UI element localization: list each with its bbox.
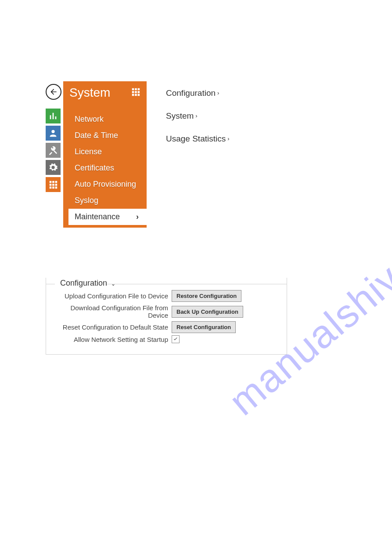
row-download: Download Configuration File from Device …	[55, 304, 278, 319]
nav-grid[interactable]	[46, 177, 61, 192]
restore-configuration-button[interactable]: Restore Configuration	[172, 290, 241, 302]
menu-item-certificates[interactable]: Certificates	[63, 160, 147, 176]
back-button[interactable]	[46, 84, 61, 100]
link-label: System	[166, 111, 194, 120]
menu-label: Network	[75, 115, 104, 123]
grid-icon[interactable]	[131, 87, 140, 98]
configuration-panel: Configuration ⌄ Upload Configuration Fil…	[46, 278, 287, 355]
link-system[interactable]: System›	[166, 111, 230, 121]
menu-item-license[interactable]: License	[63, 144, 147, 160]
arrow-left-icon	[49, 87, 58, 96]
label-allow-network: Allow Network Setting at Startup	[55, 336, 168, 343]
bar-chart-icon	[48, 111, 58, 121]
label-upload: Upload Configuration File to Device	[55, 292, 168, 300]
grid-icon	[48, 180, 58, 189]
menu-item-syslog[interactable]: Syslog	[63, 192, 147, 209]
menu-item-maintenance[interactable]: Maintenance ›	[68, 209, 147, 225]
nav-users[interactable]	[46, 126, 61, 141]
tools-icon	[48, 145, 58, 155]
label-reset: Reset Configuration to Default State	[55, 323, 168, 331]
link-configuration[interactable]: Configuration›	[166, 88, 230, 98]
reset-configuration-button[interactable]: Reset Configuration	[172, 321, 236, 333]
backup-configuration-button[interactable]: Back Up Configuration	[172, 306, 243, 318]
nav-tools[interactable]	[46, 143, 61, 158]
menu-label: Certificates	[75, 163, 114, 172]
row-allow-network: Allow Network Setting at Startup	[55, 335, 278, 343]
menu-item-date-time[interactable]: Date & Time	[63, 127, 147, 144]
menu-label: Auto Provisioning	[75, 180, 136, 189]
menu-label: License	[75, 147, 102, 156]
link-label: Configuration	[166, 88, 216, 98]
chevron-right-icon: ›	[136, 212, 139, 221]
row-upload: Upload Configuration File to Device Rest…	[55, 290, 278, 302]
system-sidebar: System Network Date & Time License Certi…	[63, 81, 147, 228]
chevron-right-icon: ›	[217, 90, 219, 96]
content-links: Configuration› System› Usage Statistics›	[166, 81, 230, 144]
configuration-legend[interactable]: Configuration ⌄	[58, 279, 118, 288]
chevron-right-icon: ›	[195, 112, 197, 119]
label-download: Download Configuration File from Device	[55, 304, 168, 319]
menu-item-network[interactable]: Network	[63, 111, 147, 127]
legend-label: Configuration	[60, 279, 107, 287]
link-label: Usage Statistics	[166, 134, 226, 143]
menu-label: Maintenance	[75, 212, 120, 221]
menu-label: Date & Time	[75, 131, 118, 140]
row-reset: Reset Configuration to Default State Res…	[55, 321, 278, 333]
users-icon	[48, 128, 58, 138]
allow-network-checkbox[interactable]	[172, 335, 180, 343]
chevron-right-icon: ›	[227, 135, 229, 142]
nav-stats[interactable]	[46, 109, 61, 123]
nav-settings[interactable]	[46, 160, 61, 175]
chevron-down-icon: ⌄	[111, 281, 115, 287]
sidebar-title: System	[69, 86, 110, 100]
menu-label: Syslog	[75, 196, 98, 205]
check-icon	[173, 336, 179, 342]
gear-icon	[48, 163, 58, 172]
link-usage-statistics[interactable]: Usage Statistics›	[166, 134, 230, 144]
menu-item-auto-provisioning[interactable]: Auto Provisioning	[63, 176, 147, 192]
